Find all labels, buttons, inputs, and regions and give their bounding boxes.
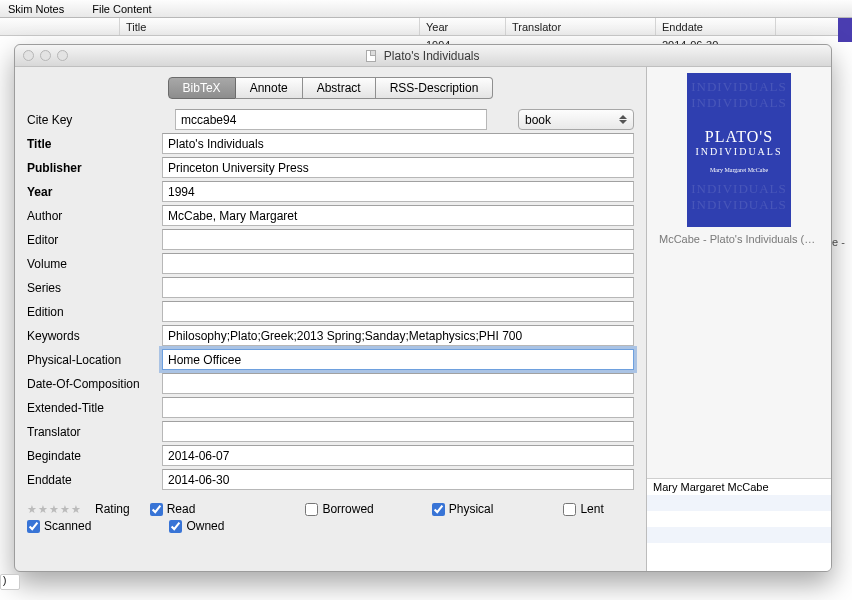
field-row: Translator (27, 421, 634, 442)
preview-caption: McCabe - Plato's Individuals (1994) (659, 233, 819, 245)
field-row: Author (27, 205, 634, 226)
field-label: Edition (27, 305, 162, 319)
entry-type-select[interactable]: book (518, 109, 634, 130)
field-label: Series (27, 281, 162, 295)
rating-label: Rating (95, 502, 130, 516)
physical-checkbox[interactable] (432, 503, 445, 516)
list-item[interactable]: Mary Margaret McCabe (647, 479, 831, 495)
star-icon: ★ (38, 504, 48, 514)
cover-title-line2: INDIVIDUALS (696, 146, 783, 157)
field-label: Translator (27, 425, 162, 439)
list-item[interactable] (647, 495, 831, 511)
field-row: Publisher (27, 157, 634, 178)
borrowed-checkbox[interactable] (305, 503, 318, 516)
field-input-editor[interactable] (162, 229, 634, 250)
field-input-date-of-composition[interactable] (162, 373, 634, 394)
list-item[interactable] (647, 527, 831, 543)
bg-tab-file-content[interactable]: File Content (92, 3, 151, 15)
list-item[interactable] (647, 511, 831, 527)
row-cite-key: Cite Key book (27, 109, 634, 130)
col-year[interactable]: Year (420, 18, 506, 35)
col-enddate[interactable]: Enddate (656, 18, 776, 35)
field-input-edition[interactable] (162, 301, 634, 322)
star-icon: ★ (49, 504, 59, 514)
field-row: Year (27, 181, 634, 202)
cover-preview: INDIVIDUALS INDIVIDUALS INDIVIDUALS INDI… (647, 67, 831, 479)
field-row: Edition (27, 301, 634, 322)
field-row: Enddate (27, 469, 634, 490)
check-owned[interactable]: Owned (169, 519, 224, 533)
col-title[interactable]: Title (120, 18, 420, 35)
field-label: Year (27, 185, 162, 199)
field-row: Keywords (27, 325, 634, 346)
field-label: Begindate (27, 449, 162, 463)
cite-key-field[interactable] (175, 109, 487, 130)
field-row: Editor (27, 229, 634, 250)
tab-abstract[interactable]: Abstract (303, 77, 376, 99)
book-cover[interactable]: INDIVIDUALS INDIVIDUALS INDIVIDUALS INDI… (687, 73, 791, 227)
cover-author: Mary Margaret McCabe (710, 167, 768, 173)
check-scanned[interactable]: Scanned (27, 519, 91, 533)
field-label: Extended-Title (27, 401, 162, 415)
minimize-icon[interactable] (40, 50, 51, 61)
tab-annote[interactable]: Annote (236, 77, 303, 99)
field-input-extended-title[interactable] (162, 397, 634, 418)
field-label: Date-Of-Composition (27, 377, 162, 391)
field-label: Editor (27, 233, 162, 247)
field-row: Begindate (27, 445, 634, 466)
field-label: Author (27, 209, 162, 223)
rating-stars[interactable]: ★ ★ ★ ★ ★ (27, 504, 81, 514)
field-row: Date-Of-Composition (27, 373, 634, 394)
check-lent[interactable]: Lent (563, 502, 603, 516)
editor-window: Plato's Individuals BibTeX Annote Abstra… (14, 44, 832, 572)
field-row: Series (27, 277, 634, 298)
star-icon: ★ (27, 504, 37, 514)
window-title: Plato's Individuals (15, 49, 831, 63)
scanned-checkbox[interactable] (27, 520, 40, 533)
star-icon: ★ (60, 504, 70, 514)
bg-tab-bar: Skim Notes File Content (0, 0, 852, 18)
tab-bibtex[interactable]: BibTeX (168, 77, 236, 99)
field-label: Physical-Location (27, 353, 162, 367)
check-physical[interactable]: Physical (432, 502, 494, 516)
field-input-physical-location[interactable] (162, 349, 634, 370)
check-read[interactable]: Read (150, 502, 196, 516)
col-translator[interactable]: Translator (506, 18, 656, 35)
document-icon (366, 50, 376, 62)
field-input-translator[interactable] (162, 421, 634, 442)
bg-tab-skim-notes[interactable]: Skim Notes (8, 3, 64, 15)
star-icon: ★ (71, 504, 81, 514)
field-input-publisher[interactable] (162, 157, 634, 178)
tab-bar: BibTeX Annote Abstract RSS-Description (168, 77, 494, 99)
field-input-year[interactable] (162, 181, 634, 202)
field-row: Physical-Location (27, 349, 634, 370)
field-label: Title (27, 137, 162, 151)
field-input-series[interactable] (162, 277, 634, 298)
footer-fragment: ) (0, 574, 20, 590)
field-input-volume[interactable] (162, 253, 634, 274)
field-label: Volume (27, 257, 162, 271)
owned-checkbox[interactable] (169, 520, 182, 533)
read-checkbox[interactable] (150, 503, 163, 516)
field-row: Title (27, 133, 634, 154)
bg-column-headers: Title Year Translator Enddate (0, 18, 852, 36)
lent-checkbox[interactable] (563, 503, 576, 516)
field-input-keywords[interactable] (162, 325, 634, 346)
field-label: Keywords (27, 329, 162, 343)
right-accent-strip (838, 18, 852, 42)
author-list[interactable]: Mary Margaret McCabe (647, 479, 831, 571)
tab-rss-description[interactable]: RSS-Description (376, 77, 494, 99)
field-label: Publisher (27, 161, 162, 175)
field-input-author[interactable] (162, 205, 634, 226)
field-input-title[interactable] (162, 133, 634, 154)
close-icon[interactable] (23, 50, 34, 61)
field-row: Volume (27, 253, 634, 274)
zoom-icon[interactable] (57, 50, 68, 61)
field-label: Enddate (27, 473, 162, 487)
field-row: Extended-Title (27, 397, 634, 418)
field-input-begindate[interactable] (162, 445, 634, 466)
titlebar[interactable]: Plato's Individuals (15, 45, 831, 67)
cite-key-label: Cite Key (27, 113, 175, 127)
field-input-enddate[interactable] (162, 469, 634, 490)
check-borrowed[interactable]: Borrowed (305, 502, 373, 516)
